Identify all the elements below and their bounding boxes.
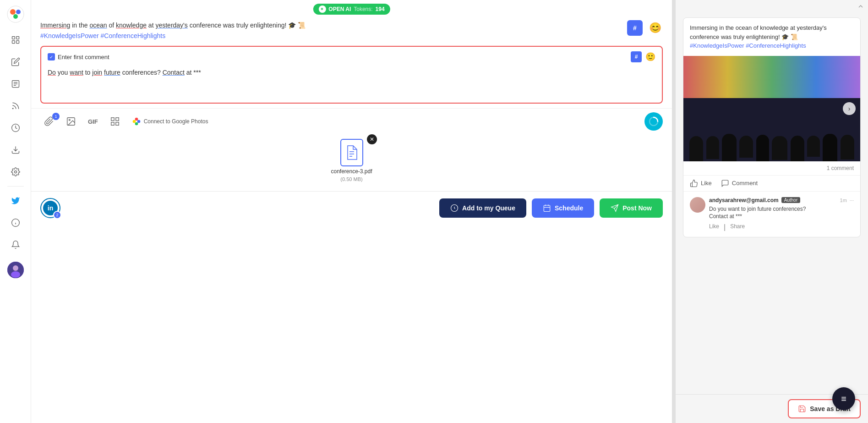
file-size: (0.50 MB) [340, 176, 362, 182]
commenter-avatar [690, 197, 705, 213]
preview-post-text: Immersing in the ocean of knowledge at y… [683, 18, 860, 56]
post-text-area: Immersing in the ocean of knowledge at y… [40, 20, 627, 39]
google-photos-button[interactable]: Connect to Google Photos [128, 115, 212, 128]
first-comment-header: ✓ Enter first comment # 🙂 [48, 51, 655, 62]
sidebar-item-settings[interactable] [6, 162, 25, 181]
preview-stats: 1 comment [683, 161, 860, 175]
preview-main-text: Immersing in the ocean of knowledge at y… [690, 24, 827, 40]
scroll-up-icon [857, 3, 864, 10]
floating-chat-button[interactable]: ≡ [832, 387, 855, 410]
commenter-email: andysarahrew@gmail.com [709, 197, 779, 203]
comments-count: 1 comment [827, 165, 854, 171]
comment-content: Do you want to join future conferences? … [709, 205, 854, 221]
svg-rect-24 [111, 118, 114, 121]
google-photos-label: Connect to Google Photos [144, 118, 208, 125]
schedule-label: Schedule [555, 204, 583, 212]
post-now-label: Post Now [622, 204, 652, 212]
preview-panel: Immersing in the ocean of knowledge at y… [676, 0, 868, 423]
ai-label: OPEN AI [328, 6, 351, 12]
attachment-btn-wrap: 1 [40, 115, 58, 128]
svg-rect-4 [12, 37, 15, 39]
sidebar-item-compose[interactable] [6, 52, 25, 71]
svg-point-31 [132, 120, 136, 123]
svg-rect-7 [16, 41, 19, 44]
sidebar-divider [7, 186, 24, 187]
comment-more-icon[interactable]: ··· [850, 198, 854, 203]
first-comment-label: ✓ Enter first comment [48, 53, 109, 60]
schedule-button[interactable]: Schedule [532, 198, 594, 218]
svg-point-21 [11, 271, 20, 278]
linkedin-badge[interactable]: in 2 [40, 198, 60, 218]
post-text: Immersing in the ocean of knowledge at y… [40, 20, 600, 30]
file-remove-button[interactable]: ✕ [367, 134, 377, 144]
comment-hashtag-button[interactable]: # [631, 51, 642, 62]
comment-emoji-button[interactable]: 🙂 [645, 51, 655, 62]
user-avatar[interactable] [7, 262, 24, 278]
comment-time: 1m [840, 198, 847, 203]
sidebar-item-twitter[interactable] [6, 191, 25, 210]
openai-logo: ✦ [318, 5, 326, 13]
comment-line1: Do you want to join future conferences? [709, 206, 806, 212]
file-attachment: ✕ conference-3.pdf (0.50 MB) [331, 139, 372, 182]
like-label: Like [701, 180, 712, 187]
top-icons: # 😊 [627, 20, 663, 36]
add-to-queue-button[interactable]: Add to my Queue [439, 198, 526, 218]
svg-rect-25 [116, 118, 119, 121]
gif-button[interactable]: GIF [84, 116, 102, 127]
image-button[interactable] [62, 115, 80, 128]
top-bar: ✦ OPEN AI Tokens: 194 Immersing in the o… [31, 0, 672, 46]
stage-area [683, 56, 860, 104]
svg-point-30 [135, 122, 138, 126]
sidebar-item-clock[interactable] [6, 118, 25, 137]
post-now-button[interactable]: Post Now [600, 198, 663, 218]
svg-rect-26 [111, 122, 114, 125]
svg-point-29 [137, 120, 140, 123]
svg-rect-5 [16, 37, 19, 39]
sidebar-item-dashboard[interactable] [6, 30, 25, 49]
app-logo[interactable] [7, 5, 24, 23]
template-button[interactable] [106, 115, 124, 128]
sidebar-item-feed[interactable] [6, 96, 25, 115]
comment-textarea[interactable]: Do you want to join future conferences? … [48, 66, 655, 98]
preview-card: Immersing in the ocean of knowledge at y… [683, 17, 861, 237]
floating-chat-icon: ≡ [841, 394, 846, 404]
svg-point-15 [14, 171, 16, 173]
first-comment-checkbox[interactable]: ✓ [48, 53, 55, 60]
preview-hashtags: #KnowledgeIsPower #ConferenceHighlights [690, 42, 806, 49]
audience-area [683, 98, 860, 161]
sidebar-item-info[interactable] [6, 213, 25, 232]
svg-rect-37 [544, 205, 550, 212]
comment-like-link[interactable]: Like [709, 223, 719, 231]
bottom-bar: in 2 Add to my Queue Schedule Post N [31, 191, 672, 225]
file-icon [340, 139, 363, 166]
author-badge: Author [781, 197, 800, 203]
sidebar-item-content[interactable] [6, 74, 25, 93]
media-toolbar: 1 GIF Connect to Google P [31, 108, 672, 134]
sidebar-item-bell[interactable] [6, 235, 25, 254]
comment-item: andysarahrew@gmail.com Author 1m ··· Do … [690, 197, 854, 232]
sidebar-item-download[interactable] [6, 140, 25, 159]
conference-scene: › [683, 56, 860, 161]
comment-icons: # 🙂 [631, 51, 655, 62]
carousel-next-button[interactable]: › [843, 102, 856, 115]
gif-label: GIF [88, 118, 98, 125]
comment-share-link[interactable]: Share [730, 223, 745, 231]
ai-badge: ✦ OPEN AI Tokens: 194 [313, 4, 390, 15]
comment-body: andysarahrew@gmail.com Author 1m ··· Do … [709, 197, 854, 232]
svg-rect-6 [12, 41, 15, 44]
preview-like-button[interactable]: Like [690, 179, 712, 187]
first-comment-text: Enter first comment [58, 54, 109, 60]
tokens-value: 194 [376, 6, 385, 12]
hashtag-button[interactable]: # [627, 20, 643, 36]
comment-line2: Contact at *** [709, 213, 742, 220]
add-to-queue-label: Add to my Queue [462, 204, 515, 212]
svg-point-2 [16, 10, 21, 14]
preview-scroll-area[interactable]: Immersing in the ocean of knowledge at y… [676, 10, 868, 394]
scroll-up-area [676, 0, 868, 10]
emoji-button[interactable]: 😊 [647, 20, 663, 36]
preview-comment-button[interactable]: Comment [721, 179, 758, 187]
svg-point-28 [135, 118, 138, 121]
post-hashtags: #KnowledgeIsPower #ConferenceHighlights [40, 32, 600, 39]
svg-rect-27 [116, 122, 119, 125]
first-comment-section: ✓ Enter first comment # 🙂 Do you want to… [40, 46, 663, 104]
